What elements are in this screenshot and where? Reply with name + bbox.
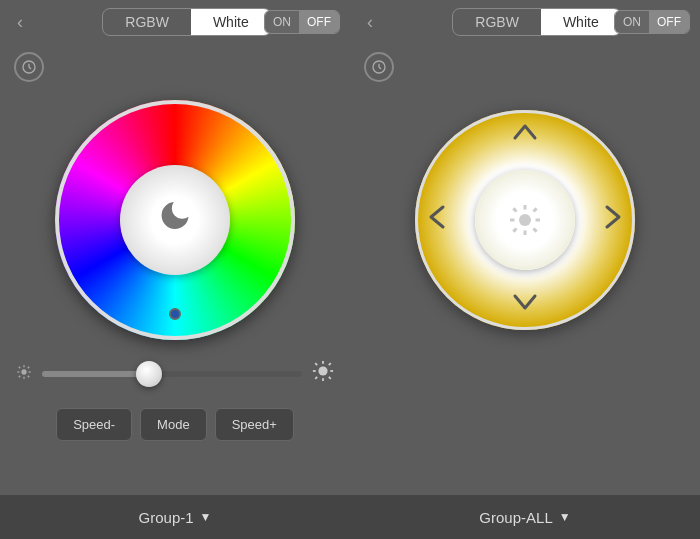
svg-point-10 [318, 366, 327, 375]
right-group-label: Group-ALL [479, 509, 552, 526]
svg-line-17 [329, 363, 331, 365]
brightness-slider[interactable] [42, 371, 302, 377]
left-group-selector[interactable]: Group-1 ▼ [0, 495, 350, 539]
right-group-arrow: ▼ [559, 510, 571, 524]
svg-line-15 [315, 363, 317, 365]
speed-minus-button[interactable]: Speed- [56, 408, 132, 441]
arrow-left-button[interactable] [427, 203, 447, 237]
svg-line-25 [513, 208, 516, 211]
mode-button[interactable]: Mode [140, 408, 207, 441]
color-picker-dot[interactable] [169, 308, 181, 320]
left-off-button[interactable]: OFF [299, 11, 339, 33]
left-on-button[interactable]: ON [265, 11, 299, 33]
svg-line-16 [329, 377, 331, 379]
right-tab-white[interactable]: White [541, 9, 621, 35]
right-clock-icon[interactable] [364, 52, 394, 82]
arrow-up-button[interactable] [511, 122, 539, 148]
speed-plus-button[interactable]: Speed+ [215, 408, 294, 441]
svg-line-9 [19, 375, 20, 376]
arrow-down-button[interactable] [511, 292, 539, 318]
svg-line-18 [315, 377, 317, 379]
sun-small-icon [16, 364, 32, 385]
right-back-button[interactable]: ‹ [358, 10, 382, 34]
speed-mode-controls: Speed- Mode Speed+ [56, 408, 294, 441]
left-onoff-group: ON OFF [264, 10, 340, 34]
brightness-row [0, 340, 350, 398]
right-tab-bar: ‹ RGBW White ON OFF [350, 0, 700, 44]
left-panel: ‹ RGBW White ON OFF [0, 0, 350, 539]
left-clock-row [0, 44, 350, 90]
left-tab-bar: ‹ RGBW White ON OFF [0, 0, 350, 44]
right-onoff-group: ON OFF [614, 10, 690, 34]
moon-icon [157, 198, 193, 243]
svg-line-26 [533, 228, 536, 231]
right-off-button[interactable]: OFF [649, 11, 689, 33]
left-group-arrow: ▼ [200, 510, 212, 524]
svg-line-7 [28, 375, 29, 376]
left-clock-icon[interactable] [14, 52, 44, 82]
left-tab-white[interactable]: White [191, 9, 271, 35]
white-wheel-inner [475, 170, 575, 270]
svg-line-27 [533, 208, 536, 211]
sun-center-icon [507, 202, 543, 238]
left-group-label: Group-1 [139, 509, 194, 526]
yellow-wheel-disc[interactable] [415, 110, 635, 330]
svg-point-20 [519, 214, 531, 226]
right-clock-row [350, 44, 700, 90]
right-on-button[interactable]: ON [615, 11, 649, 33]
right-panel: ‹ RGBW White ON OFF [350, 0, 700, 539]
right-tab-group: RGBW White [452, 8, 621, 36]
arrow-right-button[interactable] [603, 203, 623, 237]
left-back-button[interactable]: ‹ [8, 10, 32, 34]
svg-line-8 [28, 366, 29, 367]
svg-point-1 [21, 369, 26, 374]
sun-large-icon [312, 360, 334, 388]
color-wheel-disc[interactable] [55, 100, 295, 340]
left-tab-rgbw[interactable]: RGBW [103, 9, 191, 35]
svg-line-6 [19, 366, 20, 367]
right-group-selector[interactable]: Group-ALL ▼ [350, 495, 700, 539]
right-tab-rgbw[interactable]: RGBW [453, 9, 541, 35]
left-color-wheel[interactable] [55, 100, 295, 340]
left-tab-group: RGBW White [102, 8, 271, 36]
right-white-wheel[interactable] [415, 110, 635, 330]
svg-line-28 [513, 228, 516, 231]
